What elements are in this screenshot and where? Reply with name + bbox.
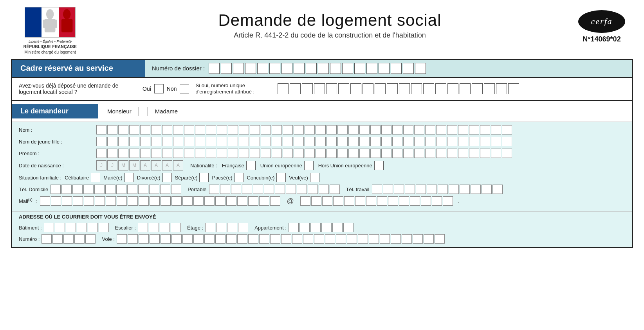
numero-unique-box[interactable]	[326, 83, 337, 94]
mail-left-box[interactable]	[237, 196, 247, 206]
voie-box[interactable]	[161, 234, 171, 244]
njf-box[interactable]	[370, 137, 381, 146]
dossier-box[interactable]	[209, 63, 220, 74]
prenom-box[interactable]	[250, 149, 260, 158]
dossier-box[interactable]	[233, 63, 244, 74]
esc-box[interactable]	[160, 223, 170, 232]
njf-box[interactable]	[294, 137, 304, 146]
prenom-box[interactable]	[261, 149, 271, 158]
portable-box[interactable]	[242, 185, 252, 194]
mail-left-box[interactable]	[171, 196, 182, 206]
njf-box[interactable]	[316, 137, 326, 146]
dossier-box[interactable]	[221, 63, 232, 74]
prenom-box[interactable]	[272, 149, 282, 158]
date-j1[interactable]: J	[96, 160, 106, 170]
prenom-box[interactable]	[283, 149, 293, 158]
prenom-box[interactable]	[447, 149, 457, 158]
prenom-box[interactable]	[327, 149, 337, 158]
mail-left-box[interactable]	[193, 196, 204, 206]
nom-box[interactable]	[162, 125, 172, 135]
app-box[interactable]	[299, 223, 310, 232]
nom-box[interactable]	[425, 125, 435, 135]
nom-box[interactable]	[436, 125, 446, 135]
portable-box[interactable]	[286, 185, 296, 194]
tel-dom-box[interactable]	[127, 185, 137, 194]
nom-box[interactable]	[403, 125, 413, 135]
mail-right-box[interactable]	[300, 196, 310, 206]
tel-dom-box[interactable]	[72, 185, 83, 194]
dossier-box[interactable]	[330, 63, 341, 74]
numero-unique-box[interactable]	[338, 83, 349, 94]
njf-box[interactable]	[129, 137, 139, 146]
prenom-box[interactable]	[392, 149, 402, 158]
njf-box[interactable]	[359, 137, 370, 146]
voie-box[interactable]	[380, 234, 390, 244]
app-box[interactable]	[310, 223, 321, 232]
njf-box[interactable]	[283, 137, 293, 146]
mail-right-box[interactable]	[355, 196, 365, 206]
prenom-box[interactable]	[206, 149, 216, 158]
tel-trav-box[interactable]	[383, 185, 393, 194]
dossier-box[interactable]	[318, 63, 329, 74]
numero-unique-box[interactable]	[314, 83, 325, 94]
mail-left-box[interactable]	[106, 196, 116, 206]
dossier-box[interactable]	[342, 63, 353, 74]
numero-unique-box[interactable]	[472, 83, 483, 94]
nom-box[interactable]	[458, 125, 468, 135]
nom-box[interactable]	[414, 125, 424, 135]
portable-box[interactable]	[297, 185, 307, 194]
tel-dom-box[interactable]	[116, 185, 126, 194]
union-europeenne-checkbox[interactable]	[304, 161, 314, 170]
dossier-box[interactable]	[269, 63, 280, 74]
prenom-box[interactable]	[414, 149, 424, 158]
prenom-box[interactable]	[305, 149, 315, 158]
num-box[interactable]	[74, 234, 85, 244]
mail-right-box[interactable]	[311, 196, 321, 206]
voie-box[interactable]	[391, 234, 401, 244]
prenom-box[interactable]	[370, 149, 381, 158]
non-checkbox[interactable]	[180, 84, 189, 93]
veuf-checkbox[interactable]	[310, 173, 319, 182]
prenom-box[interactable]	[403, 149, 413, 158]
mail-left-box[interactable]	[270, 196, 280, 206]
mail-right-box[interactable]	[421, 196, 431, 206]
njf-box[interactable]	[118, 137, 128, 146]
voie-box[interactable]	[314, 234, 324, 244]
bat-box[interactable]	[66, 223, 76, 232]
voie-box[interactable]	[226, 234, 236, 244]
mail-right-box[interactable]	[322, 196, 332, 206]
njf-box[interactable]	[348, 137, 359, 146]
tel-trav-box[interactable]	[449, 185, 459, 194]
prenom-box[interactable]	[96, 149, 106, 158]
tel-trav-box[interactable]	[492, 185, 503, 194]
mail-left-box[interactable]	[150, 196, 160, 206]
dossier-box[interactable]	[366, 63, 377, 74]
njf-box[interactable]	[217, 137, 227, 146]
bat-box[interactable]	[99, 223, 109, 232]
njf-box[interactable]	[436, 137, 446, 146]
voie-box[interactable]	[215, 234, 225, 244]
prenom-box[interactable]	[195, 149, 205, 158]
tel-dom-box[interactable]	[171, 185, 181, 194]
voie-box[interactable]	[204, 234, 215, 244]
prenom-box[interactable]	[381, 149, 391, 158]
nom-box[interactable]	[140, 125, 150, 135]
mail-left-box[interactable]	[62, 196, 72, 206]
prenom-box[interactable]	[359, 149, 370, 158]
nom-box[interactable]	[283, 125, 293, 135]
nom-box[interactable]	[272, 125, 282, 135]
nom-box[interactable]	[217, 125, 227, 135]
njf-box[interactable]	[140, 137, 150, 146]
dossier-box[interactable]	[415, 63, 426, 74]
portable-box[interactable]	[231, 185, 241, 194]
njf-box[interactable]	[337, 137, 348, 146]
dossier-box[interactable]	[281, 63, 292, 74]
nom-box[interactable]	[348, 125, 359, 135]
nom-box[interactable]	[228, 125, 238, 135]
nom-box[interactable]	[337, 125, 348, 135]
prenom-box[interactable]	[173, 149, 183, 158]
date-a2[interactable]: A	[151, 160, 161, 170]
tel-dom-box[interactable]	[94, 185, 105, 194]
njf-box[interactable]	[491, 137, 501, 146]
nom-box[interactable]	[206, 125, 216, 135]
